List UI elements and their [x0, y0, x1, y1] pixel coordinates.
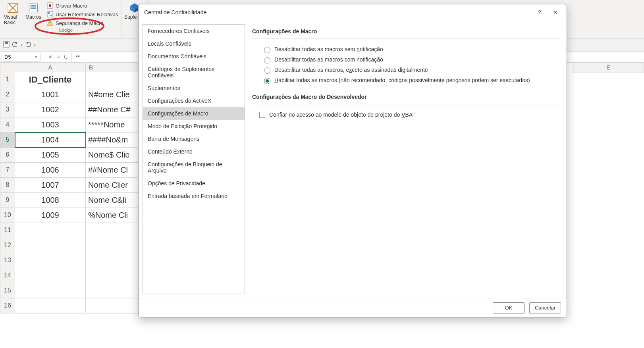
- svg-rect-7: [48, 12, 50, 14]
- macro-radio-1[interactable]: Desabilitar todas as macros com notifica…: [252, 55, 560, 65]
- row-header[interactable]: 5: [0, 133, 15, 148]
- row-header[interactable]: 10: [0, 208, 15, 223]
- cell[interactable]: [15, 238, 86, 253]
- trust-vba-checkbox-row[interactable]: Confiar no acesso ao modelo de objeto de…: [252, 110, 560, 119]
- macro-radio-2[interactable]: Desabilitar todas as macros, exceto as a…: [252, 65, 560, 75]
- usar-referencias-button[interactable]: Usar Referências Relativas: [47, 10, 118, 18]
- radio-label: Desabilitar todas as macros sem notifica…: [274, 46, 383, 52]
- radio-icon: [264, 47, 270, 53]
- sidebar-item-11[interactable]: Opções de Privacidade: [143, 177, 245, 190]
- row-header[interactable]: 12: [0, 238, 15, 253]
- sidebar-item-4[interactable]: Suplementos: [143, 82, 245, 94]
- cell[interactable]: 1003: [15, 117, 86, 133]
- row-header[interactable]: 2: [0, 87, 15, 102]
- cell[interactable]: ID_Cliente: [15, 72, 86, 87]
- save-button[interactable]: [3, 41, 10, 49]
- undo-dropdown[interactable]: ▾: [21, 43, 23, 47]
- sidebar-item-10[interactable]: Configurações de Bloqueio de Arquivo: [143, 158, 245, 177]
- sidebar-item-3[interactable]: Catálogos de Suplementos Confiáveis: [143, 63, 245, 82]
- macro-radio-3[interactable]: Habilitar todas as macros (não recomenda…: [252, 75, 560, 86]
- sidebar-item-7[interactable]: Modo de Exibição Protegido: [143, 120, 245, 133]
- visual-basic-label: Visual Basic: [4, 14, 21, 25]
- cell[interactable]: [15, 253, 86, 268]
- cell[interactable]: [15, 298, 86, 313]
- gravar-label: Gravar Macro: [56, 3, 87, 9]
- macros-button[interactable]: Macros: [24, 2, 43, 21]
- visual-basic-button[interactable]: Visual Basic: [3, 2, 22, 26]
- row-header[interactable]: 14: [0, 268, 15, 283]
- row-header[interactable]: 8: [0, 178, 15, 193]
- qat-customize[interactable]: ▾: [34, 43, 36, 47]
- macros-icon: [28, 2, 39, 13]
- cell[interactable]: 1001: [15, 87, 86, 102]
- formula-content[interactable]: **: [73, 54, 80, 60]
- confirm-fx-button[interactable]: ✓: [54, 53, 63, 62]
- close-button[interactable]: ✕: [548, 4, 563, 20]
- cell[interactable]: 1006: [15, 163, 86, 178]
- macro-radio-0[interactable]: Desabilitar todas as macros sem notifica…: [252, 44, 560, 55]
- cell[interactable]: [15, 223, 86, 238]
- row-header[interactable]: 13: [0, 253, 15, 268]
- row-header[interactable]: 15: [0, 283, 15, 298]
- sidebar-item-0[interactable]: Fornecedores Confiáveis: [143, 25, 245, 37]
- warning-icon: !: [47, 20, 53, 26]
- row-header[interactable]: 16: [0, 298, 15, 313]
- record-macro-icon: [47, 2, 53, 9]
- section-macro-settings: Configurações de Macro: [252, 28, 560, 35]
- dialog-title-text: Central de Confiabilidade: [144, 9, 206, 15]
- col-header-e[interactable]: E: [573, 63, 644, 73]
- sidebar-item-1[interactable]: Locais Confiáveis: [143, 37, 245, 50]
- cell[interactable]: 1008: [15, 193, 86, 208]
- col-header-a[interactable]: A: [15, 63, 86, 72]
- row-header[interactable]: 1: [0, 72, 15, 87]
- section-dev-macro: Configurações da Macro do Desenvolvedor: [252, 94, 560, 100]
- seguranca-macro-button[interactable]: ! Segurança de Macro: [47, 19, 118, 27]
- name-box[interactable]: D5 ▼: [2, 53, 40, 62]
- trust-center-dialog: Central de Confiabilidade ? ✕ Fornecedor…: [138, 4, 567, 317]
- cell[interactable]: 1005: [15, 148, 86, 163]
- row-header[interactable]: 7: [0, 163, 15, 178]
- trust-center-sidebar: Fornecedores ConfiáveisLocais Confiáveis…: [143, 24, 245, 294]
- visual-basic-icon: [7, 2, 18, 13]
- cell[interactable]: 1004: [15, 133, 86, 148]
- cancel-fx-button[interactable]: ✕: [46, 53, 54, 62]
- row-header[interactable]: 6: [0, 148, 15, 163]
- checkbox-icon: [259, 112, 265, 118]
- radio-label: Desabilitar todas as macros com notifica…: [274, 56, 383, 63]
- redo-button[interactable]: [25, 41, 31, 49]
- help-button[interactable]: ?: [532, 4, 548, 20]
- fx-icon[interactable]: fx: [63, 54, 70, 61]
- cell[interactable]: [15, 283, 86, 298]
- relative-refs-icon: [47, 11, 53, 17]
- seguranca-label: Segurança de Macro: [56, 20, 104, 26]
- sidebar-item-9[interactable]: Conteúdo Externo: [143, 145, 245, 158]
- macros-label: Macros: [25, 14, 41, 20]
- svg-rect-2: [31, 5, 36, 7]
- name-box-value: D5: [4, 54, 11, 60]
- row-header[interactable]: 3: [0, 102, 15, 117]
- trust-center-content: Configurações de Macro Desabilitar todas…: [250, 24, 563, 294]
- ok-button[interactable]: OK: [493, 302, 524, 313]
- cell[interactable]: [15, 268, 86, 283]
- svg-rect-3: [31, 8, 36, 9]
- sidebar-item-6[interactable]: Configurações de Macro: [143, 107, 245, 120]
- sidebar-item-2[interactable]: Documentos Confiáveis: [143, 50, 245, 63]
- radio-icon: [264, 78, 270, 84]
- sidebar-item-8[interactable]: Barra de Mensagens: [143, 133, 245, 145]
- row-header[interactable]: 4: [0, 117, 15, 133]
- cell[interactable]: 1002: [15, 102, 86, 117]
- svg-rect-8: [50, 15, 52, 16]
- cell[interactable]: 1007: [15, 178, 86, 193]
- sidebar-item-12[interactable]: Entrada baseada em Formulário: [143, 190, 245, 202]
- row-header[interactable]: 11: [0, 223, 15, 238]
- svg-rect-16: [5, 42, 8, 44]
- undo-button[interactable]: [12, 41, 18, 49]
- svg-text:!: !: [50, 21, 51, 25]
- cell[interactable]: 1009: [15, 208, 86, 223]
- cancel-button[interactable]: Cancelar: [529, 302, 561, 313]
- sidebar-item-5[interactable]: Configurações do ActiveX: [143, 94, 245, 107]
- radio-label: Desabilitar todas as macros, exceto as a…: [274, 67, 428, 73]
- gravar-macro-button[interactable]: Gravar Macro: [47, 2, 118, 10]
- select-all-corner[interactable]: [0, 63, 15, 72]
- row-header[interactable]: 9: [0, 193, 15, 208]
